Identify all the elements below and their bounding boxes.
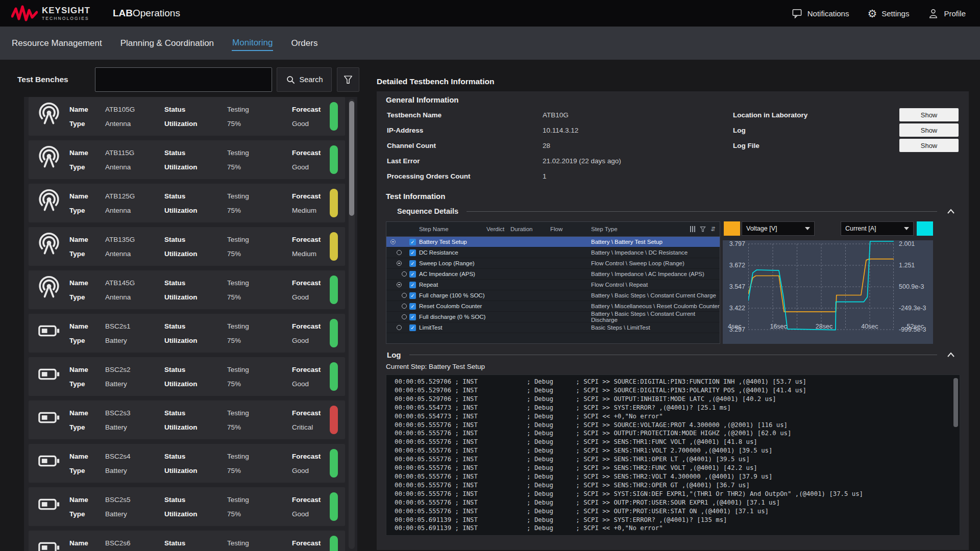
chevron-up-icon <box>946 208 956 215</box>
step-checkbox[interactable] <box>409 249 416 256</box>
nav-tab[interactable]: Planning & Coordination <box>120 36 214 51</box>
tree-node-icon[interactable] <box>397 325 402 330</box>
bench-name-value: ATB115G <box>105 149 164 157</box>
tree-node-icon[interactable] <box>402 271 407 277</box>
show-button[interactable]: Show <box>899 108 959 121</box>
sequence-step-row[interactable]: LimitTest Basic Steps \ LimitTest <box>386 322 720 333</box>
tree-node-icon[interactable] <box>397 282 402 287</box>
bench-list-scrollbar[interactable] <box>349 99 355 549</box>
sequence-step-row[interactable]: Full discharge (0 % SOC) Battery \ Basic… <box>386 312 720 322</box>
bench-list-item[interactable]: Name ATB125G Status Testing Forecast Typ… <box>29 184 345 222</box>
bench-utilization-label: Utilization <box>164 423 227 431</box>
tree-node-icon[interactable] <box>397 250 402 255</box>
bench-list-item[interactable]: Name ATB135G Status Testing Forecast Typ… <box>29 227 345 266</box>
bench-scrollbar-thumb[interactable] <box>349 101 354 216</box>
tree-node-icon[interactable] <box>402 304 407 309</box>
search-button[interactable]: Search <box>277 67 332 92</box>
left-axis-select[interactable]: Voltage [V] <box>742 221 815 236</box>
current-line <box>748 241 894 330</box>
bench-name-value: BSC2s6 <box>105 539 164 547</box>
filter-button[interactable] <box>337 67 359 92</box>
col-flow[interactable]: Flow <box>550 226 591 232</box>
step-checkbox[interactable] <box>409 303 416 310</box>
col-verdict[interactable]: Verdict <box>486 226 510 232</box>
step-checkbox[interactable] <box>409 314 416 320</box>
bench-name-value: BSC2s1 <box>105 322 164 330</box>
top-bar: KEYSIGHT TECHNOLOGIES LABOperations Noti… <box>0 0 980 27</box>
bench-type-label: Type <box>69 467 105 474</box>
row-height-icon[interactable]: ⇵ <box>710 226 716 232</box>
bench-forecast-label: Forecast <box>292 409 333 417</box>
show-button[interactable]: Show <box>899 123 959 137</box>
nav-tab[interactable]: Resource Management <box>11 36 103 51</box>
nav-tab[interactable]: Orders <box>290 36 318 51</box>
divider <box>409 355 938 355</box>
bench-list-item[interactable]: Name ATB105G Status Testing Forecast Typ… <box>29 97 345 136</box>
forecast-status-pill <box>330 406 338 434</box>
x-tick: 28sec <box>816 323 832 330</box>
log-scrollbar-thumb[interactable] <box>953 378 958 427</box>
tree-node-icon[interactable] <box>402 314 407 319</box>
notifications-button[interactable]: Notifications <box>791 8 849 19</box>
log-scrollbar[interactable] <box>953 377 958 532</box>
bench-list-item[interactable]: Name BSC2s4 Status Testing Forecast Type… <box>29 444 345 483</box>
chart-plot-area: 3.7973.6723.5473.4223.297 <box>723 240 933 344</box>
tree-node-icon[interactable] <box>397 261 402 266</box>
profile-button[interactable]: Profile <box>927 8 966 19</box>
sequence-step-row[interactable]: AC Impedance (APS) Battery \ Impedance \… <box>386 269 720 280</box>
bench-utilization-label: Utilization <box>164 120 227 128</box>
step-type: Battery \ Impedance \ AC Impedance (APS) <box>591 271 720 277</box>
test-benches-panel: Test Benches Search <box>0 60 370 551</box>
general-info-row: IP-Address 10.114.3.12 <box>386 122 733 138</box>
collapse-sequence-button[interactable] <box>944 207 958 216</box>
settings-button[interactable]: ⚙ Settings <box>867 8 909 19</box>
sequence-step-row[interactable]: Battery Test Setup Battery \ Battery Tes… <box>386 237 720 247</box>
bench-list-item[interactable]: Name ATB145G Status Testing Forecast Typ… <box>29 270 345 309</box>
step-checkbox[interactable] <box>409 292 416 299</box>
sequence-step-row[interactable]: Repeat Flow Control \ Repeat <box>386 280 720 290</box>
y-tick: 500.9e-3 <box>899 283 933 290</box>
bench-forecast-label: Forecast <box>292 322 333 330</box>
bench-list-item[interactable]: Name BSC2s2 Status Testing Forecast Type… <box>29 357 345 396</box>
step-checkbox[interactable] <box>409 260 416 267</box>
tree-node-icon[interactable] <box>402 293 407 298</box>
general-info-label: Processing Orders Count <box>387 172 543 180</box>
current-step-label: Current Step: Battery Test Setup <box>386 363 959 370</box>
sequence-step-row[interactable]: DC Resistance Battery \ Impedance \ DC R… <box>386 247 720 258</box>
bench-type-label: Type <box>69 510 105 518</box>
table-filter-icon[interactable] <box>699 226 706 233</box>
nav-tab[interactable]: Monitoring <box>232 36 273 51</box>
col-step-name[interactable]: Step Name <box>418 226 486 232</box>
sequence-step-row[interactable]: Reset Coulomb Counter Battery \ Miscella… <box>386 301 720 312</box>
voltage-color-swatch <box>724 221 740 236</box>
sequence-step-row[interactable]: Full charge (100 % SOC) Battery \ Basic … <box>386 290 720 301</box>
columns-icon[interactable] <box>690 226 695 232</box>
bench-list-item[interactable]: Name BSC2s1 Status Testing Forecast Type… <box>29 314 345 353</box>
bench-utilization-value: 75% <box>227 250 292 258</box>
bench-list-item[interactable]: Name BSC2s6 Status Testing Forecast Type… <box>29 531 345 551</box>
sequence-step-row[interactable]: Sweep Loop (Range) Flow Control \ Sweep … <box>386 258 720 269</box>
step-checkbox[interactable] <box>409 271 416 278</box>
tree-node-icon[interactable] <box>390 239 396 244</box>
bench-list-item[interactable]: Name ATB115G Status Testing Forecast Typ… <box>29 140 345 179</box>
bench-list-item[interactable]: Name BSC2s3 Status Testing Forecast Type… <box>29 400 345 439</box>
bench-list-item[interactable]: Name BSC2s5 Status Testing Forecast Type… <box>29 487 345 526</box>
step-checkbox[interactable] <box>409 324 416 331</box>
general-info-value: 1 <box>543 172 733 180</box>
right-axis-select[interactable]: Current [A] <box>841 221 914 236</box>
search-input[interactable] <box>95 67 272 92</box>
bench-utilization-value: 75% <box>227 337 292 344</box>
step-name: AC Impedance (APS) <box>418 271 486 277</box>
step-checkbox[interactable] <box>409 282 416 288</box>
battery-icon <box>37 406 61 429</box>
collapse-log-button[interactable] <box>944 350 958 359</box>
bench-status-label: Status <box>164 192 227 200</box>
bench-name-label: Name <box>69 409 105 417</box>
show-button[interactable]: Show <box>899 139 959 152</box>
forecast-status-pill <box>330 145 338 174</box>
general-info-label: Last Error <box>387 157 543 165</box>
step-checkbox[interactable] <box>409 239 416 245</box>
bench-forecast-value: Good <box>292 120 333 128</box>
col-duration[interactable]: Duration <box>510 226 550 232</box>
test-benches-title: Test Benches <box>17 75 95 84</box>
